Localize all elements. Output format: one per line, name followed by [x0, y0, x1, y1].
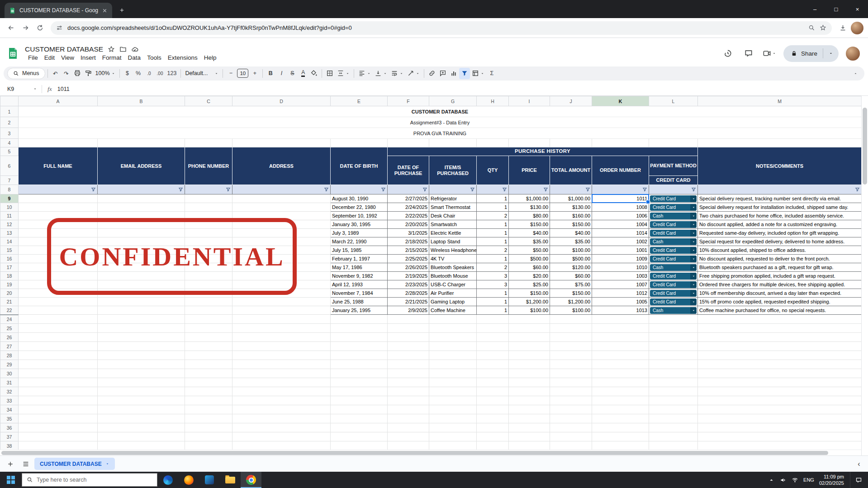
cell-K12[interactable]: 1004: [592, 220, 649, 229]
cell-I21[interactable]: $1,200.00: [509, 298, 550, 306]
cell-M19[interactable]: Ordered three chargers for multiple devi…: [698, 280, 862, 289]
cell-L12[interactable]: Credit Card: [649, 220, 698, 229]
cell-M32[interactable]: [698, 387, 862, 396]
row-header-21[interactable]: 21: [0, 298, 19, 306]
cell-E29[interactable]: [331, 360, 388, 369]
row-header-14[interactable]: 14: [0, 237, 19, 246]
filter-funnel-icon[interactable]: [470, 187, 475, 192]
cell-L33[interactable]: [649, 396, 698, 405]
row-header-37[interactable]: 37: [0, 432, 19, 441]
cell-J28[interactable]: [550, 351, 592, 360]
payment-dropdown-chip-19[interactable]: Credit Card: [650, 281, 697, 288]
cell-J35[interactable]: [550, 414, 592, 423]
increase-font-size-button[interactable]: +: [249, 68, 260, 79]
cell-I30[interactable]: [509, 369, 550, 378]
cell-D25[interactable]: [232, 324, 331, 333]
cell-E25[interactable]: [331, 324, 388, 333]
document-title[interactable]: CUSTOMER DATABASE: [25, 45, 103, 53]
cell-I4[interactable]: [509, 139, 550, 147]
filter-funnel-icon[interactable]: [691, 187, 696, 192]
payment-dropdown-chip-18[interactable]: Credit Card: [650, 273, 697, 280]
cell-K20[interactable]: 1012: [592, 289, 649, 298]
cell-A33[interactable]: [19, 396, 98, 405]
cell-G12[interactable]: Smartwatch: [429, 220, 477, 229]
cell-F27[interactable]: [388, 342, 429, 351]
filter-funnel-icon[interactable]: [585, 187, 590, 192]
cell-C32[interactable]: [185, 387, 232, 396]
cell-B21[interactable]: [98, 298, 185, 306]
cell-E31[interactable]: [331, 378, 388, 387]
column-header-J[interactable]: J: [550, 96, 592, 106]
url-bar[interactable]: docs.google.com/spreadsheets/d/1oOxuDWOZ…: [51, 21, 832, 35]
row-header-5[interactable]: 5: [0, 147, 19, 156]
filter-cell-M8[interactable]: [698, 185, 862, 194]
cell-D30[interactable]: [232, 369, 331, 378]
horizontal-scrollbar[interactable]: [0, 450, 861, 455]
filter-cell-G8[interactable]: [429, 185, 477, 194]
filter-cell-I8[interactable]: [509, 185, 550, 194]
cell-B10[interactable]: [98, 203, 185, 212]
cell-L22[interactable]: Cash: [649, 306, 698, 315]
cell-L31[interactable]: [649, 378, 698, 387]
dropdown-caret-icon[interactable]: [690, 221, 697, 228]
column-header-E[interactable]: E: [331, 96, 388, 106]
cell-G35[interactable]: [429, 414, 477, 423]
filter-funnel-icon[interactable]: [226, 187, 231, 192]
cell-J18[interactable]: $60.00: [550, 272, 592, 280]
row-header-15[interactable]: 15: [0, 246, 19, 255]
cell-A21[interactable]: [19, 298, 98, 306]
cell-B35[interactable]: [98, 414, 185, 423]
cell-F38[interactable]: [388, 441, 429, 450]
dropdown-caret-icon[interactable]: [690, 273, 697, 280]
cell-M4[interactable]: [698, 139, 862, 147]
cell-C33[interactable]: [185, 396, 232, 405]
cell-G21[interactable]: Gaming Laptop: [429, 298, 477, 306]
cell-A36[interactable]: [19, 423, 98, 432]
cell-A25[interactable]: [19, 324, 98, 333]
cell-I19[interactable]: $25.00: [509, 280, 550, 289]
cell-E21[interactable]: June 25, 1988: [331, 298, 388, 306]
row-header-17[interactable]: 17: [0, 263, 19, 272]
cell-C25[interactable]: [185, 324, 232, 333]
cell-C35[interactable]: [185, 414, 232, 423]
cell-M27[interactable]: [698, 342, 862, 351]
cell-E14[interactable]: March 22, 1990: [331, 237, 388, 246]
row-header-32[interactable]: 32: [0, 387, 19, 396]
cell-C29[interactable]: [185, 360, 232, 369]
cell-F17[interactable]: 2/26/2025: [388, 263, 429, 272]
cell-M30[interactable]: [698, 369, 862, 378]
payment-dropdown-chip-14[interactable]: Cash: [650, 238, 697, 245]
cell-I32[interactable]: [509, 387, 550, 396]
row-header-18[interactable]: 18: [0, 272, 19, 280]
share-caret-icon[interactable]: [829, 51, 833, 56]
action-center-button[interactable]: [850, 472, 867, 488]
cell-M26[interactable]: [698, 333, 862, 342]
cell-E30[interactable]: [331, 369, 388, 378]
payment-dropdown-chip-21[interactable]: Credit Card: [650, 298, 697, 305]
bold-button[interactable]: B: [265, 68, 276, 79]
cell-J17[interactable]: $120.00: [550, 263, 592, 272]
cell-D22[interactable]: [232, 306, 331, 315]
cell-G10[interactable]: Smart Thermostat: [429, 203, 477, 212]
cell-C4[interactable]: [185, 139, 232, 147]
cell-H4[interactable]: [477, 139, 509, 147]
text-rotate-button[interactable]: [405, 68, 422, 79]
cell-H25[interactable]: [477, 324, 509, 333]
sheets-logo-icon[interactable]: [6, 45, 19, 62]
cell-G29[interactable]: [429, 360, 477, 369]
row-header-30[interactable]: 30: [0, 369, 19, 378]
cell-F31[interactable]: [388, 378, 429, 387]
cell-J30[interactable]: [550, 369, 592, 378]
insert-chart-button[interactable]: [448, 68, 459, 79]
insert-link-button[interactable]: [427, 68, 437, 79]
cell-E37[interactable]: [331, 432, 388, 441]
cell-D21[interactable]: [232, 298, 331, 306]
cell-K29[interactable]: [592, 360, 649, 369]
browser-profile-avatar[interactable]: [851, 22, 863, 34]
dropdown-caret-icon[interactable]: [690, 281, 697, 288]
vertical-align-button[interactable]: [373, 68, 389, 79]
cell-J10[interactable]: $130.00: [550, 203, 592, 212]
cell-H26[interactable]: [477, 333, 509, 342]
cell-K31[interactable]: [592, 378, 649, 387]
filter-cell-L8[interactable]: [649, 185, 698, 194]
